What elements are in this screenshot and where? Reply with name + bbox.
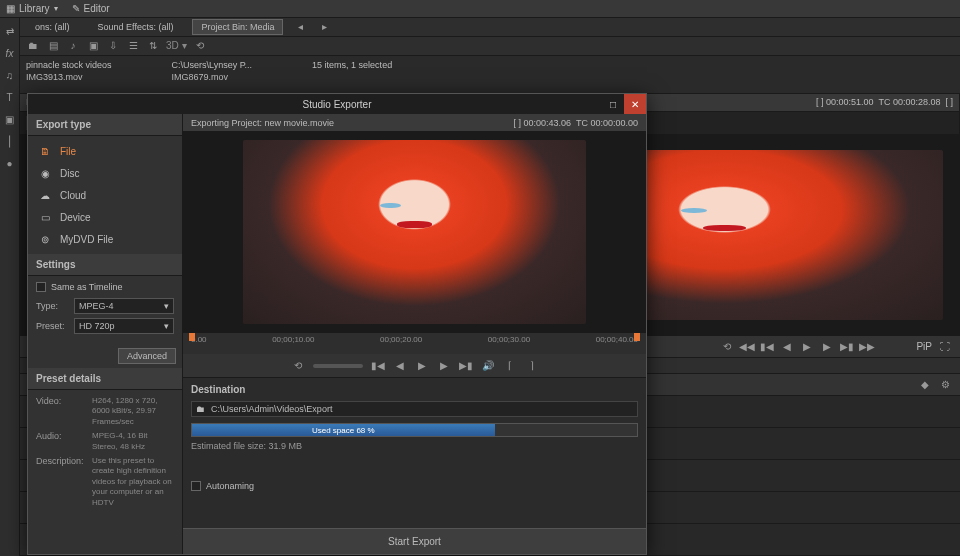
maximize-button[interactable]: □ — [602, 94, 624, 114]
chevron-down-icon: ▾ — [164, 301, 169, 311]
file-icon: 🗎 — [38, 144, 52, 158]
shuttle-slider[interactable] — [313, 364, 363, 368]
type-dropdown[interactable]: MPEG-4▾ — [74, 298, 174, 314]
play-icon[interactable]: ▶ — [415, 359, 429, 373]
sort-icon[interactable]: ⇅ — [146, 39, 160, 53]
exporter-dialog: Studio Exporter □ ✕ Export type 🗎File ◉D… — [27, 93, 647, 555]
library-tab[interactable]: ▦ Library ▾ — [6, 3, 58, 14]
tool-audio[interactable]: ♫ — [3, 68, 17, 82]
go-start-icon[interactable]: ▮◀ — [760, 340, 774, 354]
checkbox-icon — [36, 282, 46, 292]
program-tc-in: [ ] 00:00:51.00 — [816, 97, 874, 107]
device-icon: ▭ — [38, 210, 52, 224]
tab-next-icon[interactable]: ▸ — [317, 20, 331, 34]
mark-in-icon[interactable]: ⌈ — [503, 359, 517, 373]
bin-file-1[interactable]: IMG3913.mov — [26, 72, 112, 82]
go-end-icon[interactable]: ▶▮ — [459, 359, 473, 373]
export-type-label: Disc — [60, 168, 79, 179]
folder-icon: 🖿 — [196, 404, 205, 414]
tool-photo[interactable]: ▣ — [3, 112, 17, 126]
close-button[interactable]: ✕ — [624, 94, 646, 114]
export-type-file[interactable]: 🗎File — [28, 140, 182, 162]
tool-title[interactable]: T — [3, 90, 17, 104]
go-end-icon[interactable]: ▶▮ — [840, 340, 854, 354]
export-preview-image — [243, 140, 586, 324]
export-type-device[interactable]: ▭Device — [28, 206, 182, 228]
go-start-icon[interactable]: ▮◀ — [371, 359, 385, 373]
export-timeline[interactable]: 0.00 00;00;10.00 00;00;20.00 00;00;30.00… — [183, 332, 646, 354]
bin-count: 15 items, 1 selected — [312, 60, 392, 70]
bin-folder-name[interactable]: pinnacle stock videos — [26, 60, 112, 70]
browser-toolbar: 🖿 ▤ ♪ ▣ ⇩ ☰ ⇅ 3D ▾ ⟲ — [20, 37, 960, 56]
music-icon[interactable]: ♪ — [66, 39, 80, 53]
preset-value: HD 720p — [79, 321, 115, 331]
preset-dropdown[interactable]: HD 720p▾ — [74, 318, 174, 334]
reverse-icon[interactable]: ◀◀ — [740, 340, 754, 354]
folder-icon[interactable]: 🖿 — [26, 39, 40, 53]
export-type-disc[interactable]: ◉Disc — [28, 162, 182, 184]
export-type-cloud[interactable]: ☁Cloud — [28, 184, 182, 206]
ffwd-icon[interactable]: ▶▶ — [860, 340, 874, 354]
bin-file-2[interactable]: IMG8679.mov — [172, 72, 253, 82]
exporting-project-label: Exporting Project: new movie.movie — [191, 118, 334, 128]
step-back-icon[interactable]: ◀ — [780, 340, 794, 354]
tool-transitions[interactable]: ⇄ — [3, 24, 17, 38]
start-export-button[interactable]: Start Export — [183, 528, 646, 554]
loop-icon[interactable]: ⟲ — [291, 359, 305, 373]
browser-tabs: ons: (all) Sound Effects: (all) Project … — [20, 18, 960, 37]
autonaming-checkbox[interactable]: Autonaming — [191, 481, 638, 491]
disk-usage-bar: Used space 68 % — [191, 423, 638, 437]
mark-out-icon[interactable]: ⌉ — [525, 359, 539, 373]
step-back-icon[interactable]: ◀ — [393, 359, 407, 373]
step-fwd-icon[interactable]: ▶ — [437, 359, 451, 373]
type-value: MPEG-4 — [79, 301, 114, 311]
audio-value: MPEG-4, 16 Bit Stereo, 48 kHz — [92, 431, 174, 452]
out-marker[interactable] — [634, 333, 640, 341]
disk-usage-fill: Used space 68 % — [192, 424, 495, 436]
tab-projectbin[interactable]: Project Bin: Media — [192, 19, 283, 35]
tool-voice[interactable]: ● — [3, 156, 17, 170]
loop-icon[interactable]: ⟲ — [193, 39, 207, 53]
editor-label: Editor — [84, 3, 110, 14]
in-marker[interactable] — [189, 333, 195, 341]
estimated-size: Estimated file size: 31.9 MB — [191, 441, 638, 451]
grid-icon: ▦ — [6, 3, 15, 14]
volume-icon[interactable]: 🔊 — [481, 359, 495, 373]
tool-split[interactable]: ⎮ — [3, 134, 17, 148]
step-fwd-icon[interactable]: ▶ — [820, 340, 834, 354]
import-icon[interactable]: ⇩ — [106, 39, 120, 53]
export-preview — [183, 132, 646, 332]
advanced-button[interactable]: Advanced — [118, 348, 176, 364]
preset-details-header: Preset details — [28, 368, 182, 390]
export-type-label: File — [60, 146, 76, 157]
tab-soundfx[interactable]: Sound Effects: (all) — [89, 19, 183, 35]
checkbox-icon — [191, 481, 201, 491]
same-as-label: Same as Timeline — [51, 282, 123, 292]
editor-tab[interactable]: ✎ Editor — [72, 3, 110, 14]
image-icon[interactable]: ▣ — [86, 39, 100, 53]
marker-icon[interactable]: ◆ — [918, 378, 932, 392]
app-topbar: ▦ Library ▾ ✎ Editor — [0, 0, 960, 18]
video-label: Video: — [36, 396, 92, 427]
play-icon[interactable]: ▶ — [800, 340, 814, 354]
fullscreen-icon[interactable]: ⛶ — [938, 340, 952, 354]
view-icon[interactable]: ▤ — [46, 39, 60, 53]
pip-label[interactable]: PiP — [916, 341, 932, 352]
tab-transitions[interactable]: ons: (all) — [26, 19, 79, 35]
dialog-titlebar[interactable]: Studio Exporter □ ✕ — [28, 94, 646, 114]
gear-icon[interactable]: ⚙ — [938, 378, 952, 392]
program-tc-blank: [ ] — [945, 97, 953, 107]
tool-effects[interactable]: fx — [3, 46, 17, 60]
destination-path-row[interactable]: 🖿 C:\Users\Admin\Videos\Export — [191, 401, 638, 417]
chevron-down-icon: ▾ — [54, 4, 58, 13]
loop-icon[interactable]: ⟲ — [720, 340, 734, 354]
same-as-timeline-checkbox[interactable]: Same as Timeline — [36, 282, 174, 292]
audio-label: Audio: — [36, 431, 92, 452]
list-icon[interactable]: ☰ — [126, 39, 140, 53]
bin-path[interactable]: C:\Users\Lynsey P... — [172, 60, 253, 70]
tab-prev-icon[interactable]: ◂ — [293, 20, 307, 34]
export-type-label: Cloud — [60, 190, 86, 201]
destination-header: Destination — [191, 384, 638, 395]
left-toolstrip: ⇄ fx ♫ T ▣ ⎮ ● — [0, 18, 20, 556]
export-type-mydvd[interactable]: ⊚MyDVD File — [28, 228, 182, 250]
